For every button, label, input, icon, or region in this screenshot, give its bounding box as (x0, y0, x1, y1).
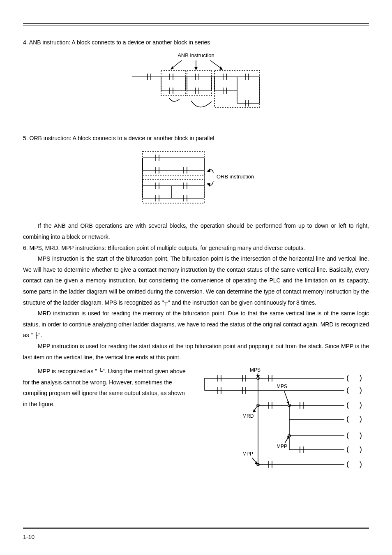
orb-figure: ORB instruction (23, 147, 369, 213)
svg-marker-103 (253, 409, 256, 412)
mps1-label: MPS (250, 367, 261, 373)
footer-rule (23, 527, 369, 529)
mpp-outer-label: MPP (242, 451, 253, 457)
svg-rect-7 (187, 70, 212, 96)
section5-para: If the ANB and ORB operations are with s… (23, 220, 369, 242)
section6-para-mpp2: MPP is recognized as " └". Using the met… (23, 366, 190, 409)
top-rule (23, 23, 369, 25)
anb-label: ANB instruction (178, 52, 214, 58)
orb-label: ORB instruction (217, 173, 254, 180)
svg-rect-47 (143, 179, 204, 203)
svg-rect-6 (161, 70, 186, 96)
section6-para-mpp1: MPP instruction is used for reading the … (23, 341, 369, 363)
svg-marker-5 (219, 66, 223, 70)
mps-mrd-mpp-figure: MPS MPS (196, 366, 369, 476)
svg-line-4 (210, 60, 221, 69)
section6-heading: 6. MPS, MRD, MPP instructions: Bifurcati… (23, 243, 369, 254)
svg-marker-100 (286, 401, 289, 405)
section6-para-mrd: MRD instruction is used for reading the … (23, 308, 369, 341)
svg-marker-3 (194, 67, 198, 70)
mpp-inner-label: MPP (277, 444, 287, 449)
section5-heading: 5. ORB instruction: A block connects to … (23, 133, 369, 144)
mrd-label: MRD (242, 413, 254, 419)
anb-figure: ANB instruction (23, 51, 369, 125)
svg-rect-46 (143, 151, 204, 175)
svg-marker-48 (207, 169, 210, 172)
mps2-label: MPS (277, 384, 287, 389)
section4-heading: 4. ANB instruction: A block connects to … (23, 37, 369, 48)
svg-marker-49 (207, 183, 210, 187)
page-number: 1-10 (23, 532, 369, 543)
section6-para-mps: MPS instruction is the start of the bifu… (23, 253, 369, 308)
